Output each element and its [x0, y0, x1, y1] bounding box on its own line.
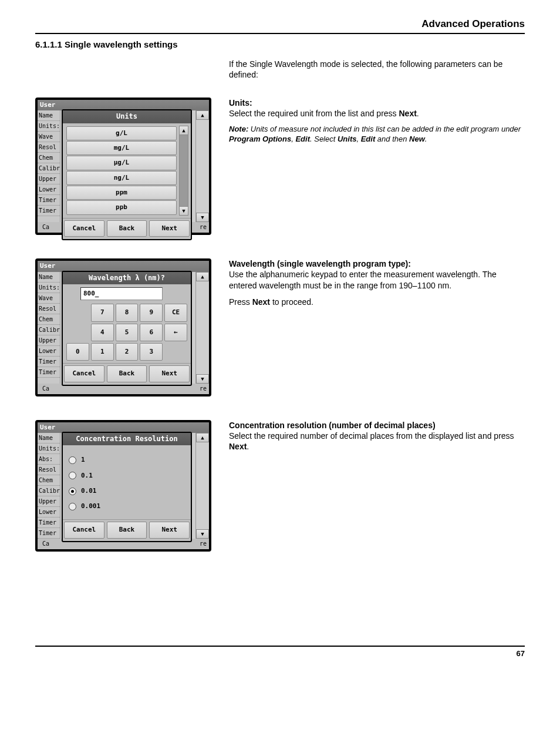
- side-label: Resol: [38, 142, 60, 153]
- keypad-spacer: [164, 343, 187, 361]
- radio-icon: [69, 488, 76, 495]
- note-bold: Program Options: [229, 135, 291, 143]
- concentration-popup: Concentration Resolution 1 0.1 0.01 0.00…: [62, 432, 192, 542]
- side-label: Resol: [38, 304, 60, 314]
- keypad-backspace-icon[interactable]: ←: [164, 324, 187, 341]
- device-panel-units: User Name Units: Wave Resol Chem Calibr …: [35, 98, 211, 235]
- behind-label-left: Ca: [42, 385, 49, 392]
- note-bold: Edit: [295, 135, 310, 143]
- side-label: Chem: [38, 153, 60, 163]
- keypad-0[interactable]: 0: [66, 343, 89, 361]
- scroll-down-icon[interactable]: ▼: [179, 206, 188, 216]
- next-button[interactable]: Next: [149, 220, 190, 237]
- unit-option[interactable]: µg/L: [66, 156, 177, 170]
- side-label: Units:: [38, 443, 60, 454]
- intro-paragraph: If the Single Wavelength mode is selecte…: [229, 59, 525, 80]
- side-label: Chem: [38, 475, 60, 486]
- resolution-option-1[interactable]: 1: [65, 452, 188, 468]
- resolution-label: 0.001: [81, 502, 100, 510]
- concentration-next-bold: Next: [229, 442, 247, 451]
- side-label: Timer: [38, 195, 60, 206]
- side-label: Wave: [38, 132, 60, 142]
- outer-scroll-down-icon[interactable]: ▼: [196, 529, 209, 539]
- wavelength-text-2c: to proceed.: [270, 297, 313, 307]
- resolution-option-0-01[interactable]: 0.01: [65, 483, 188, 499]
- wavelength-heading: Wavelength (single wavelength program ty…: [229, 259, 411, 268]
- note-text: .: [425, 135, 427, 143]
- outer-scroll-down-icon[interactable]: ▼: [196, 213, 209, 222]
- note-text: ,: [356, 135, 360, 143]
- scrollbar-track[interactable]: [179, 135, 188, 206]
- units-text: Select the required unit from the list a…: [229, 109, 399, 118]
- outer-scroll-track[interactable]: [196, 120, 209, 213]
- wavelength-popup: Wavelength λ (nm)? 800_ 7 8 9 CE 4: [62, 271, 192, 386]
- popup-title: Wavelength λ (nm)?: [63, 272, 191, 285]
- side-label: Name: [38, 110, 60, 121]
- keypad-1[interactable]: 1: [91, 343, 114, 361]
- unit-option[interactable]: g/L: [66, 126, 177, 140]
- side-label: Resol: [38, 465, 60, 475]
- units-popup: Units g/L mg/L µg/L ng/L ppm ppb: [62, 109, 192, 240]
- concentration-text-tail: .: [247, 442, 249, 451]
- side-label: Calibr: [38, 486, 60, 496]
- keypad-2[interactable]: 2: [116, 343, 139, 361]
- keypad-3[interactable]: 3: [140, 343, 163, 361]
- side-label-list: Name Units: Wave Resol Chem Calibr Upper…: [38, 110, 60, 222]
- side-label: Lower: [38, 507, 60, 518]
- unit-option[interactable]: ppm: [66, 186, 177, 200]
- outer-scroll-down-icon[interactable]: ▼: [196, 374, 209, 384]
- behind-label-right: re: [200, 385, 207, 392]
- cancel-button[interactable]: Cancel: [64, 365, 104, 382]
- cancel-button[interactable]: Cancel: [64, 522, 104, 538]
- wavelength-text-2a: Press: [229, 297, 252, 307]
- device-panel-wavelength: User Name Units: Wave Resol Chem Calibr …: [35, 258, 211, 396]
- outer-scroll-up-icon[interactable]: ▲: [196, 433, 209, 442]
- keypad-4[interactable]: 4: [91, 324, 114, 341]
- keypad-5[interactable]: 5: [116, 324, 139, 341]
- outer-scroll-up-icon[interactable]: ▲: [196, 272, 209, 281]
- side-label: Timer: [38, 518, 60, 528]
- note-text: . Select: [310, 135, 338, 143]
- side-label: Name: [38, 433, 60, 443]
- device-panel-concentration: User Name Units: Abs: I Resol Chem Calib…: [35, 420, 211, 552]
- next-button[interactable]: Next: [149, 522, 190, 538]
- side-label: Timer: [38, 206, 60, 216]
- header-rule: [35, 33, 525, 34]
- outer-scroll-track[interactable]: [196, 442, 209, 529]
- side-label: Timer: [38, 357, 60, 367]
- side-label: Upper: [38, 496, 60, 507]
- keypad-7[interactable]: 7: [91, 304, 114, 321]
- back-button[interactable]: Back: [107, 365, 147, 382]
- unit-option[interactable]: mg/L: [66, 141, 177, 155]
- back-button[interactable]: Back: [107, 522, 147, 538]
- note-text: Units of measure not included in this li…: [248, 125, 521, 133]
- back-button[interactable]: Back: [107, 220, 147, 237]
- side-label: Units:: [38, 283, 60, 293]
- keypad-6[interactable]: 6: [140, 324, 163, 341]
- behind-label-left: Ca: [42, 540, 49, 547]
- outer-scroll-track[interactable]: [196, 281, 209, 374]
- note-prefix: Note:: [229, 125, 248, 133]
- next-button[interactable]: Next: [149, 365, 190, 382]
- outer-scroll-up-icon[interactable]: ▲: [196, 110, 209, 120]
- unit-option[interactable]: ng/L: [66, 171, 177, 185]
- scroll-up-icon[interactable]: ▲: [179, 126, 188, 135]
- side-label: Timer: [38, 367, 60, 378]
- cancel-button[interactable]: Cancel: [64, 220, 104, 237]
- concentration-text: Select the required number of decimal pl…: [229, 431, 514, 441]
- concentration-heading: Concentration resolution (number of deci…: [229, 421, 436, 430]
- side-label: Chem: [38, 314, 60, 325]
- side-label: Timer: [38, 528, 60, 539]
- keypad-9[interactable]: 9: [140, 304, 163, 321]
- units-next-bold: Next: [399, 109, 416, 118]
- keypad-ce[interactable]: CE: [164, 304, 187, 321]
- resolution-option-0-1[interactable]: 0.1: [65, 468, 188, 483]
- resolution-option-0-001[interactable]: 0.001: [65, 499, 188, 514]
- wavelength-input[interactable]: 800_: [80, 287, 163, 300]
- radio-icon: [69, 456, 76, 464]
- side-label: Abs: I: [38, 454, 60, 465]
- unit-option[interactable]: ppb: [66, 200, 177, 214]
- keypad-8[interactable]: 8: [116, 304, 139, 321]
- keypad-spacer: [66, 304, 89, 321]
- side-label: Lower: [38, 346, 60, 357]
